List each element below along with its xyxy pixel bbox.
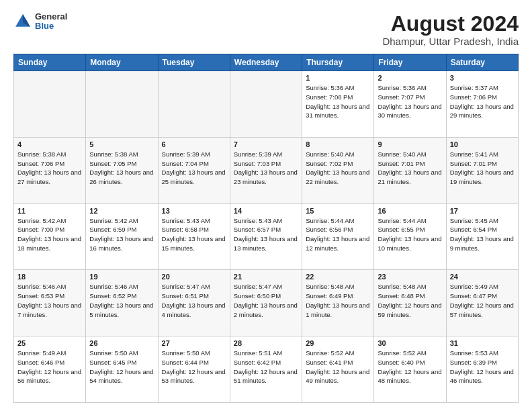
day-content: Sunrise: 5:51 AMSunset: 6:42 PMDaylight:…: [234, 349, 298, 385]
day-number: 12: [89, 207, 154, 215]
calendar-cell: 10 Sunrise: 5:41 AMSunset: 7:01 PMDaylig…: [446, 137, 518, 203]
calendar-cell: [230, 71, 302, 138]
calendar-cell: 13 Sunrise: 5:43 AMSunset: 6:58 PMDaylig…: [158, 203, 230, 270]
calendar-cell: 30 Sunrise: 5:52 AMSunset: 6:40 PMDaylig…: [374, 336, 446, 403]
day-content: Sunrise: 5:46 AMSunset: 6:53 PMDaylight:…: [17, 282, 82, 319]
calendar-cell: 4 Sunrise: 5:38 AMSunset: 7:06 PMDayligh…: [14, 137, 86, 203]
day-number: 25: [17, 339, 82, 347]
day-content: Sunrise: 5:45 AMSunset: 6:54 PMDaylight:…: [450, 216, 515, 253]
day-number: 26: [89, 339, 154, 347]
day-content: Sunrise: 5:36 AMSunset: 7:07 PMDaylight:…: [378, 83, 442, 120]
day-content: Sunrise: 5:52 AMSunset: 6:40 PMDaylight:…: [378, 349, 442, 385]
day-number: 14: [234, 207, 298, 215]
calendar-cell: 28 Sunrise: 5:51 AMSunset: 6:42 PMDaylig…: [230, 336, 302, 403]
calendar-cell: 5 Sunrise: 5:38 AMSunset: 7:05 PMDayligh…: [86, 137, 158, 203]
calendar-cell: 19 Sunrise: 5:46 AMSunset: 6:52 PMDaylig…: [86, 270, 158, 336]
col-header-sunday: Sunday: [14, 54, 86, 71]
day-content: Sunrise: 5:39 AMSunset: 7:03 PMDaylight:…: [234, 150, 298, 187]
day-number: 16: [378, 207, 442, 215]
calendar-cell: 3 Sunrise: 5:37 AMSunset: 7:06 PMDayligh…: [446, 71, 518, 138]
calendar-cell: 25 Sunrise: 5:49 AMSunset: 6:46 PMDaylig…: [14, 336, 86, 403]
day-number: 31: [450, 339, 515, 347]
title-block: August 2024 Dhampur, Uttar Pradesh, Indi…: [382, 12, 519, 47]
header-row: SundayMondayTuesdayWednesdayThursdayFrid…: [14, 54, 519, 71]
day-content: Sunrise: 5:50 AMSunset: 6:44 PMDaylight:…: [162, 349, 226, 385]
col-header-thursday: Thursday: [302, 54, 374, 71]
day-number: 1: [306, 74, 370, 82]
calendar-cell: 15 Sunrise: 5:44 AMSunset: 6:56 PMDaylig…: [302, 203, 374, 270]
calendar-cell: 11 Sunrise: 5:42 AMSunset: 7:00 PMDaylig…: [14, 203, 86, 270]
day-number: 6: [162, 140, 226, 148]
day-number: 11: [17, 207, 82, 215]
day-content: Sunrise: 5:53 AMSunset: 6:39 PMDaylight:…: [450, 349, 515, 385]
day-content: Sunrise: 5:38 AMSunset: 7:05 PMDaylight:…: [89, 150, 154, 187]
calendar-cell: 6 Sunrise: 5:39 AMSunset: 7:04 PMDayligh…: [158, 137, 230, 203]
col-header-tuesday: Tuesday: [158, 54, 230, 71]
week-row-1: 1 Sunrise: 5:36 AMSunset: 7:08 PMDayligh…: [14, 71, 519, 138]
logo-blue: Blue: [35, 21, 67, 31]
day-content: Sunrise: 5:49 AMSunset: 6:47 PMDaylight:…: [450, 282, 515, 319]
day-content: Sunrise: 5:48 AMSunset: 6:49 PMDaylight:…: [306, 282, 370, 319]
day-content: Sunrise: 5:38 AMSunset: 7:06 PMDaylight:…: [17, 150, 82, 187]
day-number: 7: [234, 140, 298, 148]
week-row-2: 4 Sunrise: 5:38 AMSunset: 7:06 PMDayligh…: [14, 137, 519, 203]
day-content: Sunrise: 5:42 AMSunset: 6:59 PMDaylight:…: [89, 216, 154, 253]
day-number: 15: [306, 207, 370, 215]
calendar-cell: 21 Sunrise: 5:47 AMSunset: 6:50 PMDaylig…: [230, 270, 302, 336]
day-number: 20: [162, 273, 226, 281]
calendar-cell: 2 Sunrise: 5:36 AMSunset: 7:07 PMDayligh…: [374, 71, 446, 138]
day-number: 30: [378, 339, 442, 347]
day-number: 3: [450, 74, 515, 82]
day-number: 29: [306, 339, 370, 347]
day-content: Sunrise: 5:39 AMSunset: 7:04 PMDaylight:…: [162, 150, 226, 187]
calendar-cell: 1 Sunrise: 5:36 AMSunset: 7:08 PMDayligh…: [302, 71, 374, 138]
week-row-4: 18 Sunrise: 5:46 AMSunset: 6:53 PMDaylig…: [14, 270, 519, 336]
calendar-cell: 27 Sunrise: 5:50 AMSunset: 6:44 PMDaylig…: [158, 336, 230, 403]
col-header-monday: Monday: [86, 54, 158, 71]
subtitle: Dhampur, Uttar Pradesh, India: [382, 36, 519, 47]
day-number: 21: [234, 273, 298, 281]
calendar-cell: 26 Sunrise: 5:50 AMSunset: 6:45 PMDaylig…: [86, 336, 158, 403]
day-number: 8: [306, 140, 370, 148]
page: General Blue August 2024 Dhampur, Uttar …: [0, 0, 532, 411]
day-content: Sunrise: 5:44 AMSunset: 6:55 PMDaylight:…: [378, 216, 442, 253]
day-number: 23: [378, 273, 442, 281]
day-number: 18: [17, 273, 82, 281]
calendar-table: SundayMondayTuesdayWednesdayThursdayFrid…: [13, 54, 519, 403]
day-content: Sunrise: 5:46 AMSunset: 6:52 PMDaylight:…: [89, 282, 154, 319]
day-number: 5: [89, 140, 154, 148]
day-content: Sunrise: 5:52 AMSunset: 6:41 PMDaylight:…: [306, 349, 370, 385]
calendar-cell: 29 Sunrise: 5:52 AMSunset: 6:41 PMDaylig…: [302, 336, 374, 403]
week-row-3: 11 Sunrise: 5:42 AMSunset: 7:00 PMDaylig…: [14, 203, 519, 270]
day-content: Sunrise: 5:47 AMSunset: 6:51 PMDaylight:…: [162, 282, 226, 319]
day-number: 4: [17, 140, 82, 148]
day-number: 2: [378, 74, 442, 82]
logo-icon: [13, 12, 32, 31]
day-number: 17: [450, 207, 515, 215]
day-content: Sunrise: 5:42 AMSunset: 7:00 PMDaylight:…: [17, 216, 82, 253]
day-content: Sunrise: 5:49 AMSunset: 6:46 PMDaylight:…: [17, 349, 82, 385]
day-content: Sunrise: 5:48 AMSunset: 6:48 PMDaylight:…: [378, 282, 442, 319]
calendar-cell: 12 Sunrise: 5:42 AMSunset: 6:59 PMDaylig…: [86, 203, 158, 270]
calendar-cell: 7 Sunrise: 5:39 AMSunset: 7:03 PMDayligh…: [230, 137, 302, 203]
day-content: Sunrise: 5:36 AMSunset: 7:08 PMDaylight:…: [306, 83, 370, 120]
calendar-cell: 14 Sunrise: 5:43 AMSunset: 6:57 PMDaylig…: [230, 203, 302, 270]
calendar-cell: [14, 71, 86, 138]
header: General Blue August 2024 Dhampur, Uttar …: [13, 12, 519, 47]
day-number: 28: [234, 339, 298, 347]
week-row-5: 25 Sunrise: 5:49 AMSunset: 6:46 PMDaylig…: [14, 336, 519, 403]
day-content: Sunrise: 5:47 AMSunset: 6:50 PMDaylight:…: [234, 282, 298, 319]
logo-text: General Blue: [35, 12, 67, 32]
day-number: 27: [162, 339, 226, 347]
day-number: 24: [450, 273, 515, 281]
logo-general: General: [35, 12, 67, 21]
calendar-cell: 8 Sunrise: 5:40 AMSunset: 7:02 PMDayligh…: [302, 137, 374, 203]
col-header-friday: Friday: [374, 54, 446, 71]
col-header-wednesday: Wednesday: [230, 54, 302, 71]
main-title: August 2024: [382, 12, 519, 36]
day-content: Sunrise: 5:40 AMSunset: 7:01 PMDaylight:…: [378, 150, 442, 187]
col-header-saturday: Saturday: [446, 54, 518, 71]
day-content: Sunrise: 5:41 AMSunset: 7:01 PMDaylight:…: [450, 150, 515, 187]
calendar-cell: 31 Sunrise: 5:53 AMSunset: 6:39 PMDaylig…: [446, 336, 518, 403]
calendar-cell: 16 Sunrise: 5:44 AMSunset: 6:55 PMDaylig…: [374, 203, 446, 270]
